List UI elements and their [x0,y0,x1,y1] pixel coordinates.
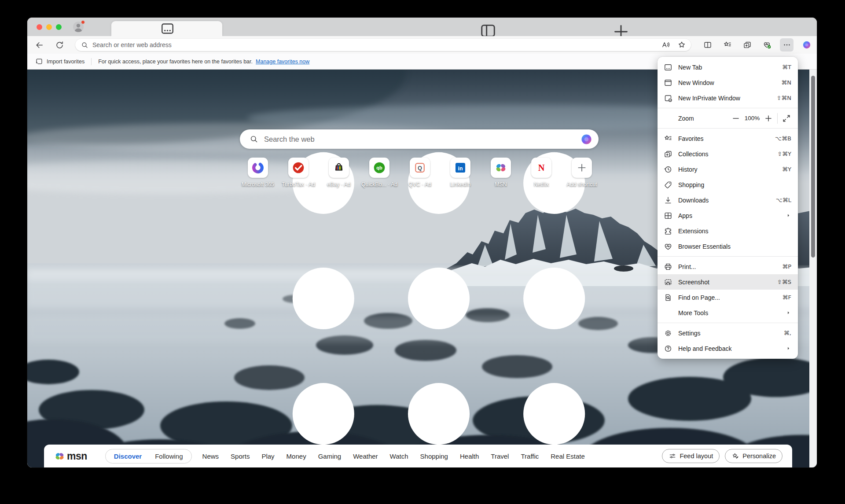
favorites-icon [723,40,732,49]
feed-tab-following[interactable]: Following [148,452,189,460]
menu-item-new-tab[interactable]: New Tab⌘T [658,59,798,75]
zoom-in-button[interactable] [764,114,773,123]
netflix-tile[interactable]: N [531,158,551,178]
menu-item-zoom[interactable]: Zoom100% [658,110,798,126]
menu-item-new-inprivate-window[interactable]: New InPrivate Window⇧⌘N [658,90,798,106]
menu-item-history[interactable]: History⌘Y [658,162,798,177]
menu-item-extensions[interactable]: Extensions [658,223,798,239]
msn-link-travel[interactable]: Travel [491,452,509,460]
no-icon [664,309,672,317]
menu-item-downloads[interactable]: Downloads⌥⌘L [658,192,798,208]
add-shortcut-tile[interactable] [572,158,592,178]
quickbooks-icon: qb [372,160,387,175]
copilot-button[interactable] [800,38,813,52]
fullscreen-button[interactable] [782,114,791,123]
refresh-button[interactable] [53,38,66,52]
msn-link-real-estate[interactable]: Real Estate [551,452,585,460]
msn-logo[interactable]: msn [54,450,87,462]
manage-favorites-link[interactable]: Manage favorites now [256,59,309,65]
menu-item-collections[interactable]: Collections⇧⌘Y [658,146,798,162]
feed-layout-button[interactable]: Feed layout [662,449,720,463]
menu-item-screenshot[interactable]: Screenshot⇧⌘S [658,274,798,290]
minimize-window-button[interactable] [46,24,52,30]
qvc-ad-tile[interactable]: Q [410,158,430,178]
menu-item-find-on-page[interactable]: Find on Page...⌘F [658,290,798,305]
shortcut-microsoft-365[interactable]: Microsoft 365 [238,158,278,188]
ebay-ad-tile[interactable] [329,158,349,178]
personalize-icon [731,452,739,460]
copilot-icon [802,40,811,49]
shortcut-turbotax-ad[interactable]: TurboTax · Ad [278,158,319,188]
msn-link-health[interactable]: Health [460,452,479,460]
browser-essentials-check-icon [763,40,772,49]
linkedin-tile[interactable]: in [450,158,470,178]
profile-avatar[interactable] [72,21,84,33]
shortcut-qvc-ad[interactable]: QQVC · Ad [400,158,440,188]
favorite-star-button[interactable] [676,39,687,51]
menu-item-browser-essentials[interactable]: Browser Essentials [658,239,798,254]
import-favorites-button[interactable]: Import favorites [47,59,84,65]
tab-new-tab[interactable]: New Tab [111,21,222,36]
msn-link-weather[interactable]: Weather [353,452,378,460]
menu-item-settings[interactable]: Settings⌘, [658,325,798,341]
shopping-icon [664,180,672,189]
menu-item-shopping[interactable]: Shopping [658,177,798,192]
msn-link-news[interactable]: News [202,452,219,460]
zoom-controls: 100% [731,113,791,124]
read-aloud-button[interactable] [660,39,672,51]
address-input[interactable] [92,41,660,48]
personalize-button[interactable]: Personalize [725,449,783,463]
back-button[interactable] [33,38,46,52]
msn-link-watch[interactable]: Watch [390,452,408,460]
shortcut-add-shortcut[interactable]: Add shortcut [562,158,602,188]
web-search-box[interactable] [240,129,599,149]
shortcut-label: TurboTax · Ad [282,181,315,188]
quickbo-ad-tile[interactable]: qb [369,158,389,178]
shortcut-ebay-ad[interactable]: eBay · Ad [319,158,359,188]
help-icon [664,344,672,353]
split-screen-icon [703,40,712,49]
msn-link-play[interactable]: Play [261,452,274,460]
menu-item-more-tools[interactable]: More Tools [658,305,798,320]
scrollbar-thumb[interactable] [811,76,815,258]
tab-icon [117,21,218,36]
menu-item-apps[interactable]: Apps [658,208,798,223]
msn-link-gaming[interactable]: Gaming [318,452,342,460]
screenshot-icon [664,278,672,287]
menu-item-label: History [678,166,698,173]
close-window-button[interactable] [37,24,42,30]
menu-item-favorites[interactable]: Favorites⌥⌘B [658,131,798,146]
more-button[interactable] [780,38,794,52]
menu-item-help-and-feedback[interactable]: Help and Feedback [658,341,798,356]
msn-link-sports[interactable]: Sports [231,452,250,460]
shortcut-msn[interactable]: MSN [481,158,521,188]
favorites-button[interactable] [720,38,734,52]
collections-button[interactable] [740,38,754,52]
shortcut-label: LinkedIn [450,181,471,188]
msn-link-shopping[interactable]: Shopping [420,452,448,460]
menu-item-shortcut: ⇧⌘Y [777,151,791,157]
microsoft-365-tile[interactable] [248,158,268,178]
favorite-star-icon [677,40,686,49]
menu-item-print[interactable]: Print...⌘P [658,259,798,274]
shortcut-linkedin[interactable]: inLinkedIn [440,158,481,188]
browser-essentials-check-button[interactable] [760,38,774,52]
print-icon [664,262,672,271]
zoom-out-button[interactable] [731,114,741,123]
window-controls [37,24,62,30]
feed-tab-discover[interactable]: Discover [107,452,148,460]
address-bar[interactable] [75,39,691,51]
shortcut-netflix[interactable]: NNetflix [521,158,562,188]
turbotax-ad-tile[interactable] [288,158,309,178]
chevron-right-icon [786,310,791,316]
msn-tile[interactable] [491,158,511,178]
menu-separator [658,323,798,323]
menu-item-new-window[interactable]: New Window⌘N [658,75,798,90]
split-screen-button[interactable] [701,38,714,52]
msn-link-money[interactable]: Money [287,452,306,460]
shortcut-quickbo-ad[interactable]: qbQuickBo... · Ad [359,158,400,188]
copilot-icon[interactable] [580,133,592,145]
zoom-window-button[interactable] [56,24,62,30]
msn-link-traffic[interactable]: Traffic [521,452,539,460]
web-search-input[interactable] [264,135,580,143]
